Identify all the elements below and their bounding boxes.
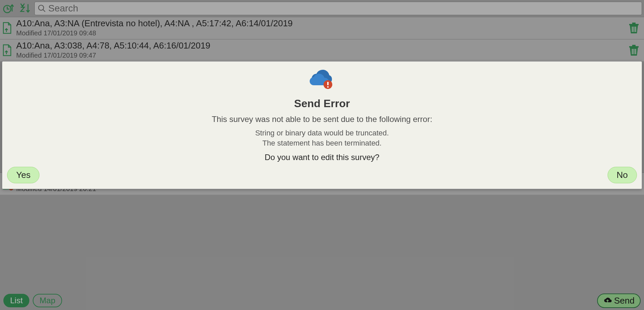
list-item[interactable]: A10:Ana, A3:NA (Entrevista no hotel), A4… (0, 17, 644, 39)
list-item[interactable]: A10:Ana, A3:038, A4:78, A5:10:44, A6:16/… (0, 39, 644, 61)
list-item-title: A10:Ana, A3:NA (Entrevista no hotel), A4… (16, 19, 623, 29)
view-list-button[interactable]: List (3, 294, 29, 307)
list-item-modified: Modified 17/01/2019 09:48 (16, 29, 623, 37)
search-icon (37, 4, 46, 13)
list-item-title: A10:Ana, A3:038, A4:78, A5:10:44, A6:16/… (16, 41, 623, 51)
svg-point-1 (38, 5, 44, 10)
svg-rect-3 (634, 27, 635, 32)
cloud-upload-icon (603, 296, 612, 305)
no-button[interactable]: No (608, 167, 637, 183)
search-input[interactable] (46, 3, 639, 14)
list-item-body: A10:Ana, A3:038, A4:78, A5:10:44, A6:16/… (16, 41, 623, 59)
send-button[interactable]: Send (597, 293, 641, 308)
list-item-modified: Modified 17/01/2019 09:47 (16, 52, 623, 59)
svg-rect-2 (632, 27, 633, 32)
view-list-label: List (10, 296, 23, 305)
dialog-message: This survey was not able to be sent due … (212, 115, 432, 124)
dialog-detail-line: String or binary data would be truncated… (255, 129, 389, 137)
dialog-detail-line: The statement has been terminated. (262, 139, 382, 147)
document-upload-icon (1, 42, 13, 58)
dialog-title: Send Error (294, 97, 350, 110)
svg-rect-4 (635, 27, 636, 32)
svg-rect-5 (632, 49, 633, 54)
cloud-error-icon (307, 68, 337, 91)
dialog-actions: Yes No (7, 167, 637, 183)
yes-button[interactable]: Yes (7, 167, 39, 183)
dialog-question: Do you want to edit this survey? (264, 153, 379, 162)
send-error-dialog: Send Error This survey was not able to b… (2, 61, 642, 189)
document-upload-icon (1, 20, 13, 36)
sort-time-icon[interactable] (2, 2, 16, 15)
search-field-wrap (34, 2, 642, 15)
delete-button[interactable] (626, 21, 641, 35)
delete-button[interactable] (626, 43, 641, 58)
sort-alpha-icon[interactable] (18, 2, 32, 15)
svg-rect-12 (327, 82, 329, 85)
svg-rect-6 (634, 49, 635, 54)
toolbar (0, 0, 644, 17)
view-map-button[interactable]: Map (33, 294, 62, 307)
bottom-bar: List Map Send (0, 291, 644, 310)
svg-rect-13 (327, 86, 329, 88)
app-root: A10:Ana, A3:NA (Entrevista no hotel), A4… (0, 0, 644, 310)
dialog-detail: String or binary data would be truncated… (255, 128, 389, 148)
send-label: Send (614, 296, 635, 306)
list-item-body: A10:Ana, A3:NA (Entrevista no hotel), A4… (16, 19, 623, 37)
view-map-label: Map (39, 296, 55, 305)
svg-rect-7 (635, 49, 636, 54)
